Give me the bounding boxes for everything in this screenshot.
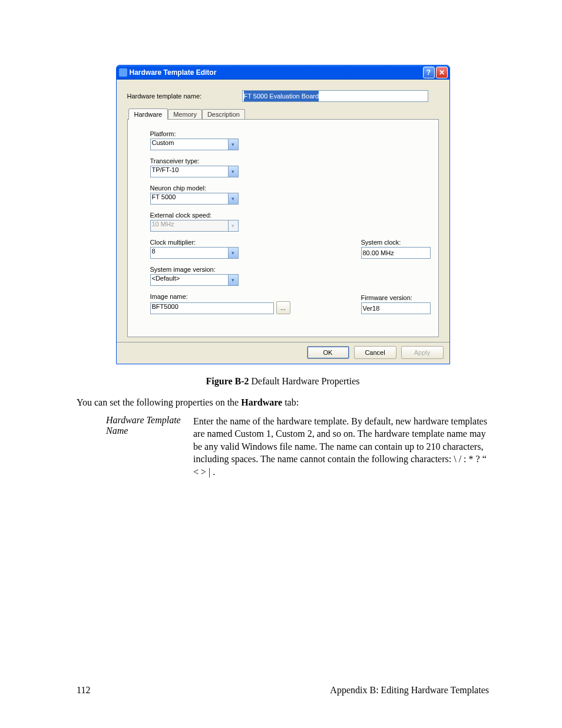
system-image-label: System image version: (150, 266, 290, 273)
tab-memory[interactable]: Memory (168, 109, 202, 119)
template-name-label: Hardware template name: (127, 93, 242, 100)
definition-term: Hardware Template Name (106, 415, 181, 479)
firmware-version-value: Ver18 (361, 302, 431, 314)
firmware-version-label: Firmware version: (361, 294, 431, 301)
platform-label: Platform: (150, 130, 425, 137)
tab-description[interactable]: Description (202, 109, 245, 119)
tabstrip: Hardware Memory Description (128, 108, 439, 119)
title-bar[interactable]: Hardware Template Editor ? ✕ (117, 65, 449, 80)
system-clock-label: System clock: (361, 239, 431, 246)
appendix-label: Appendix B: Editing Hardware Templates (330, 685, 489, 696)
chevron-down-icon[interactable]: ▾ (228, 247, 239, 259)
system-clock-value: 80.00 MHz (361, 247, 431, 259)
dialog-footer: OK Cancel Apply (117, 342, 449, 364)
template-name-input[interactable]: FT 5000 Evaluation Board (242, 90, 428, 102)
clock-multiplier-combo[interactable]: 8 ▾ (150, 247, 239, 259)
transceiver-label: Transceiver type: (150, 157, 425, 164)
browse-button[interactable]: ... (276, 301, 290, 314)
platform-combo[interactable]: Custom ▾ (150, 139, 239, 150)
neuron-combo[interactable]: FT 5000 ▾ (150, 193, 239, 205)
tab-hardware[interactable]: Hardware (128, 108, 168, 120)
hardware-tab-panel: Platform: Custom ▾ Transceiver type: TP/… (127, 119, 439, 337)
external-clock-combo: 10 MHz ▾ (150, 220, 239, 232)
close-button[interactable]: ✕ (436, 67, 448, 78)
cancel-button[interactable]: Cancel (354, 346, 396, 359)
intro-paragraph: You can set the following properties on … (77, 396, 489, 409)
apply-button: Apply (401, 346, 444, 359)
chevron-down-icon[interactable]: ▾ (228, 139, 239, 150)
ok-button[interactable]: OK (307, 346, 349, 359)
page-number: 112 (77, 685, 90, 696)
window-title: Hardware Template Editor (130, 68, 217, 77)
chevron-down-icon: ▾ (228, 220, 239, 232)
help-button[interactable]: ? (423, 67, 435, 78)
external-clock-label: External clock speed: (150, 212, 425, 219)
neuron-label: Neuron chip model: (150, 185, 425, 192)
clock-multiplier-label: Clock multiplier: (150, 239, 290, 246)
chevron-down-icon[interactable]: ▾ (228, 166, 239, 177)
image-name-label: Image name: (150, 293, 290, 300)
figure-caption: Figure B-2 Default Hardware Properties (77, 376, 489, 387)
hardware-template-editor-dialog: Hardware Template Editor ? ✕ Hardware te… (116, 65, 450, 364)
chevron-down-icon[interactable]: ▾ (228, 274, 239, 286)
system-image-combo[interactable]: <Default> ▾ (150, 274, 239, 286)
definition-description: Enter the name of the hardware template.… (193, 415, 489, 479)
transceiver-combo[interactable]: TP/FT-10 ▾ (150, 166, 239, 177)
image-name-input[interactable]: BFT5000 (150, 302, 274, 314)
app-icon (119, 68, 127, 77)
chevron-down-icon[interactable]: ▾ (228, 193, 239, 205)
